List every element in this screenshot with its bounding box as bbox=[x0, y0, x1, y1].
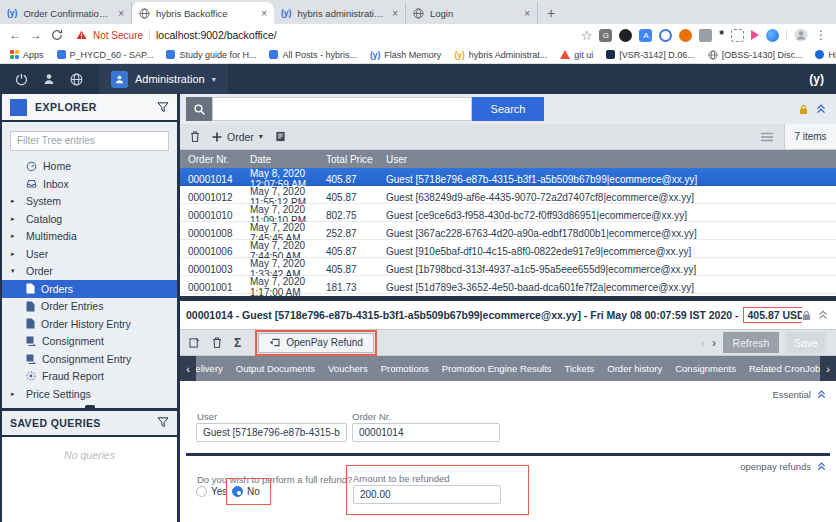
chevron-right-icon[interactable]: ▸ bbox=[11, 250, 20, 258]
tab-vouchers[interactable]: Vouchers bbox=[322, 356, 375, 381]
radio-yes[interactable]: Yes bbox=[196, 486, 227, 497]
order-nr-field-input[interactable] bbox=[352, 423, 500, 442]
tree-item-catalog[interactable]: ▸Catalog bbox=[2, 210, 177, 228]
filter-funnel-icon[interactable] bbox=[157, 417, 169, 428]
column-header-order-nr[interactable]: Order Nr. bbox=[188, 154, 250, 165]
table-row[interactable]: 00001006May 7, 2020 7:44:50 AM405.87Gues… bbox=[180, 240, 836, 258]
extension-icon[interactable] bbox=[766, 29, 779, 42]
tree-item-order[interactable]: ▾Order bbox=[2, 263, 177, 281]
bookmark-apps[interactable]: Apps bbox=[10, 50, 44, 60]
tree-item-order-entries[interactable]: Order Entries bbox=[2, 298, 177, 316]
extension-icon[interactable] bbox=[679, 29, 692, 42]
security-label[interactable]: Not Secure bbox=[93, 30, 143, 41]
extension-icon[interactable]: G bbox=[599, 29, 612, 42]
browser-tab-backoffice[interactable]: hybris Backoffice × bbox=[132, 2, 274, 24]
tab-related-cronjobs[interactable]: Related CronJobs bbox=[742, 356, 831, 381]
chevron-right-icon[interactable]: ▸ bbox=[11, 215, 20, 223]
collapse-double-chevron-icon[interactable] bbox=[818, 310, 828, 320]
tree-item-multimedia[interactable]: ▸Multimedia bbox=[2, 228, 177, 246]
bookmark-star-icon[interactable]: ☆ bbox=[581, 28, 593, 43]
tree-item-price-settings[interactable]: ▸Price Settings bbox=[2, 385, 177, 403]
table-row[interactable]: 00001012May 7, 2020 11:55:12 PM405.87Gue… bbox=[180, 186, 836, 204]
translate-extension-icon[interactable]: A bbox=[639, 29, 652, 42]
sum-icon[interactable]: Σ bbox=[234, 337, 241, 349]
advanced-search-icon[interactable] bbox=[186, 97, 212, 121]
lock-icon[interactable] bbox=[802, 310, 811, 321]
next-item-icon[interactable]: › bbox=[712, 336, 716, 350]
tab-promotion-engine-results[interactable]: Promotion Engine Results bbox=[435, 356, 558, 381]
table-row[interactable]: 00001010May 7, 2020 11:09:10 PM802.75Gue… bbox=[180, 204, 836, 222]
save-button[interactable]: Save bbox=[786, 332, 826, 353]
extension-icon[interactable] bbox=[699, 29, 712, 42]
column-header-user[interactable]: User bbox=[386, 154, 836, 165]
tab-close-icon[interactable]: × bbox=[261, 8, 267, 19]
tree-item-system[interactable]: ▸System bbox=[2, 193, 177, 211]
essential-section-header[interactable]: Essential bbox=[772, 389, 826, 400]
chevron-down-icon[interactable]: ▾ bbox=[11, 267, 20, 275]
bookmark-item[interactable]: [VSR-3142] D.06... bbox=[606, 50, 695, 60]
tree-item-consignment-entry[interactable]: Consignment Entry bbox=[2, 350, 177, 368]
bookmark-item[interactable]: Study guide for H... bbox=[166, 50, 256, 60]
bookmark-item[interactable]: (y)hybris Administrat... bbox=[454, 50, 547, 60]
bookmark-item[interactable]: All Posts - hybris... bbox=[269, 50, 357, 60]
table-row[interactable]: 00001014May 8, 2020 12:07:59 AM405.87Gue… bbox=[180, 168, 836, 186]
user-icon[interactable] bbox=[43, 73, 55, 85]
tree-item-consignment[interactable]: Consignment bbox=[2, 333, 177, 351]
tab-close-icon[interactable]: × bbox=[524, 8, 530, 19]
back-icon[interactable]: ← bbox=[9, 28, 21, 42]
profile-avatar[interactable] bbox=[794, 28, 808, 42]
openpay-section-header[interactable]: openpay refunds bbox=[740, 461, 826, 472]
search-input[interactable] bbox=[212, 97, 472, 121]
radio-no-icon[interactable] bbox=[232, 486, 243, 497]
extension-icon[interactable] bbox=[659, 29, 672, 42]
user-field-input[interactable] bbox=[196, 423, 347, 442]
logout-icon[interactable] bbox=[15, 73, 28, 86]
extension-icon[interactable] bbox=[751, 30, 759, 40]
tree-item-home[interactable]: Home bbox=[2, 158, 177, 176]
tab-order-history[interactable]: Order history bbox=[601, 356, 669, 381]
bookmark-item[interactable]: HLD - All Docume... bbox=[815, 50, 836, 60]
bookmark-item[interactable]: [OBSS-1430] Disc... bbox=[708, 50, 803, 60]
tree-item-fraud-report[interactable]: Fraud Report bbox=[2, 368, 177, 386]
table-row[interactable]: 00001001May 7, 2020 1:17:00 AM181.73Gues… bbox=[180, 276, 836, 294]
browser-tab-order-confirmation[interactable]: (y) Order Confirmation | Electronic × bbox=[0, 2, 132, 24]
chevron-right-icon[interactable]: ▸ bbox=[11, 197, 20, 205]
tab-tickets[interactable]: Tickets bbox=[558, 356, 601, 381]
amount-field-input[interactable] bbox=[353, 485, 501, 504]
delete-icon[interactable] bbox=[212, 337, 222, 348]
tree-item-inbox[interactable]: Inbox bbox=[2, 175, 177, 193]
perspective-chooser[interactable]: Administration ▾ bbox=[99, 64, 228, 94]
omnibox[interactable]: Not Secure localhost:9002/backoffice/ bbox=[72, 27, 572, 44]
column-header-total-price[interactable]: Total Price bbox=[326, 154, 386, 165]
forward-icon[interactable]: → bbox=[30, 28, 42, 42]
capture-extension-icon[interactable] bbox=[731, 29, 744, 42]
extension-icon[interactable] bbox=[619, 29, 632, 42]
prev-item-icon[interactable]: ‹ bbox=[701, 336, 705, 350]
lock-icon[interactable] bbox=[799, 104, 808, 115]
tab-close-icon[interactable]: × bbox=[118, 8, 124, 19]
list-view-icon[interactable] bbox=[760, 132, 774, 142]
tabs-scroll-right-icon[interactable]: › bbox=[820, 356, 836, 381]
extension-icon[interactable]: * bbox=[719, 28, 724, 42]
search-button[interactable]: Search bbox=[472, 97, 544, 121]
column-header-date[interactable]: Date bbox=[250, 154, 326, 165]
collapse-double-chevron-icon[interactable] bbox=[816, 104, 826, 114]
bookmark-item[interactable]: (y)Flash Memory bbox=[370, 50, 441, 60]
browser-tab-hac[interactable]: (y) hybris administration console × bbox=[274, 2, 406, 24]
panel-splitter[interactable] bbox=[2, 408, 177, 411]
edit-document-icon[interactable] bbox=[189, 337, 200, 348]
new-tab-button[interactable]: + bbox=[538, 2, 564, 24]
tab-promotions[interactable]: Promotions bbox=[374, 356, 435, 381]
openpay-refund-button[interactable]: OpenPay Refund bbox=[258, 333, 374, 353]
radio-yes-icon[interactable] bbox=[196, 486, 207, 497]
tab-close-icon[interactable]: × bbox=[392, 8, 398, 19]
refresh-icon[interactable] bbox=[51, 29, 63, 41]
tabs-scroll-left-icon[interactable]: ‹ bbox=[180, 356, 196, 381]
bookmark-item[interactable]: P_HYCD_60 - SAP... bbox=[57, 50, 154, 60]
delete-icon[interactable] bbox=[190, 131, 200, 142]
radio-no-label[interactable]: No bbox=[247, 486, 260, 497]
tree-item-user[interactable]: ▸User bbox=[2, 245, 177, 263]
tree-item-orders[interactable]: Orders bbox=[2, 280, 177, 298]
table-row[interactable]: 00001008May 7, 2020 7:45:45 AM252.87Gues… bbox=[180, 222, 836, 240]
browser-menu-icon[interactable]: ⋮ bbox=[815, 28, 827, 42]
